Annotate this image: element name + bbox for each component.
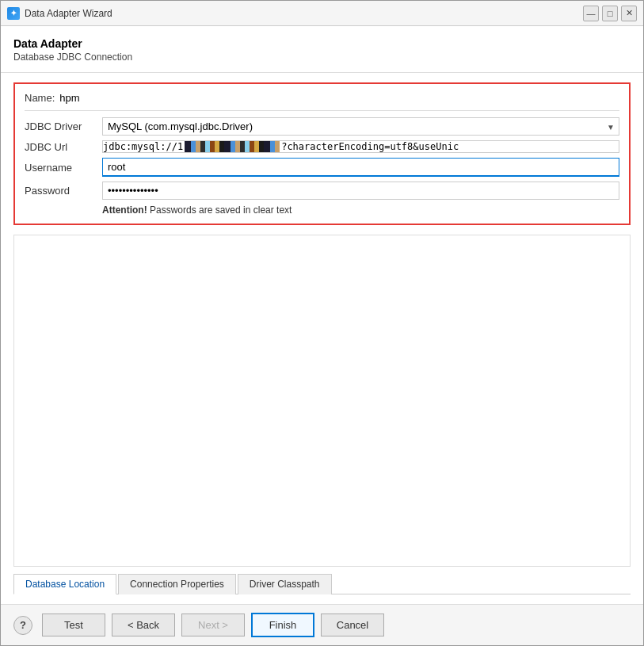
password-input[interactable] <box>102 182 619 200</box>
window-controls: — □ ✕ <box>583 6 637 21</box>
help-button[interactable]: ? <box>13 616 32 635</box>
dialog-body: Name: hpm JDBC Driver MySQL (com.mysql.j… <box>1 73 643 604</box>
bottom-bar: ? Test < Back Next > Finish Cancel <box>1 604 643 645</box>
title-bar: ✦ Data Adapter Wizard — □ ✕ <box>1 1 643 26</box>
finish-button[interactable]: Finish <box>251 613 314 637</box>
jdbc-driver-select-wrapper: MySQL (com.mysql.jdbc.Driver) ▼ <box>102 117 619 136</box>
window-title: Data Adapter Wizard <box>25 8 583 19</box>
test-button[interactable]: Test <box>42 614 105 636</box>
jdbc-url-label: JDBC Url <box>25 141 96 153</box>
next-button[interactable]: Next > <box>181 614 245 636</box>
jdbc-driver-select[interactable]: MySQL (com.mysql.jdbc.Driver) <box>102 117 619 136</box>
attention-row: Attention! Passwords are saved in clear … <box>25 205 619 216</box>
window-icon: ✦ <box>7 7 20 20</box>
config-box: Name: hpm JDBC Driver MySQL (com.mysql.j… <box>13 82 631 225</box>
close-button[interactable]: ✕ <box>621 6 637 21</box>
tabs-row: Database Location Connection Properties … <box>13 573 631 594</box>
tab-connection-properties[interactable]: Connection Properties <box>118 574 236 594</box>
minimize-button[interactable]: — <box>583 6 599 21</box>
attention-detail: Passwords are saved in clear text <box>147 205 292 216</box>
back-button[interactable]: < Back <box>112 614 175 636</box>
name-row: Name: hpm <box>25 92 619 111</box>
name-label: Name: <box>25 92 55 104</box>
sub-title: Database JDBC Connection <box>13 52 631 63</box>
jdbc-driver-label: JDBC Driver <box>25 120 96 132</box>
form-grid: JDBC Driver MySQL (com.mysql.jdbc.Driver… <box>25 117 619 200</box>
password-label: Password <box>25 185 96 197</box>
main-title: Data Adapter <box>13 37 631 50</box>
attention-message: Attention! Passwords are saved in clear … <box>102 205 292 216</box>
name-value: hpm <box>59 92 79 104</box>
tab-driver-classpath[interactable]: Driver Classpath <box>238 574 332 594</box>
dialog-window: ✦ Data Adapter Wizard — □ ✕ Data Adapter… <box>0 0 644 646</box>
jdbc-url-redacted <box>185 141 280 152</box>
maximize-button[interactable]: □ <box>602 6 618 21</box>
jdbc-url-suffix: ?characterEncoding=utf8&useUnic <box>281 141 459 152</box>
attention-bold: Attention! <box>102 205 147 216</box>
jdbc-url-field[interactable]: jdbc:mysql://1 ?characterEncoding=utf8&u… <box>102 140 619 153</box>
jdbc-url-prefix: jdbc:mysql://1 <box>103 141 183 152</box>
empty-area <box>13 235 631 567</box>
cancel-button[interactable]: Cancel <box>321 614 384 636</box>
tab-database-location[interactable]: Database Location <box>13 574 116 594</box>
dialog-header: Data Adapter Database JDBC Connection <box>1 26 643 73</box>
username-label: Username <box>25 162 96 174</box>
username-input[interactable] <box>102 158 619 177</box>
